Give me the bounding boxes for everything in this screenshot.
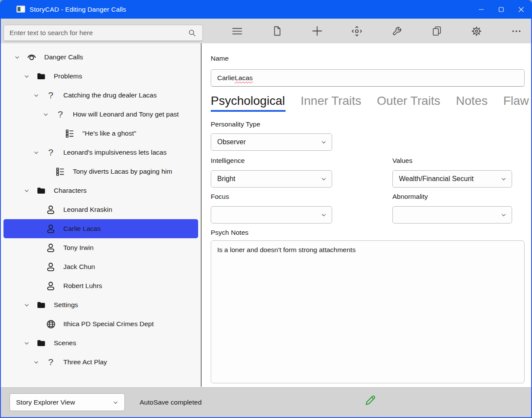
tab-notes[interactable]: Notes	[456, 93, 488, 113]
tree-item-settings[interactable]: Settings	[3, 295, 198, 314]
name-value-misspelled: Lacas	[235, 74, 252, 82]
question-icon: ?	[45, 357, 56, 367]
intelligence-label: Intelligence	[211, 157, 245, 165]
character-tabs: Psychological Inner Traits Outer Traits …	[211, 93, 530, 116]
tree-item-scene[interactable]: Tony diverts Lacas by paging him	[3, 162, 198, 181]
menu-button[interactable]	[228, 22, 247, 41]
chevron-placeholder	[40, 169, 51, 175]
chevron-placeholder	[30, 207, 42, 213]
chevron-placeholder	[49, 131, 61, 136]
person-icon	[45, 281, 56, 291]
folder-icon	[36, 300, 47, 310]
character-editor: Name Carlie Lacas Psychological Inner Tr…	[202, 43, 531, 387]
chevron-down-icon[interactable]	[30, 150, 42, 156]
person-icon	[45, 224, 56, 234]
folder-icon	[36, 338, 47, 348]
tab-flaw-clipped[interactable]: Flaw	[503, 93, 529, 113]
maximize-button[interactable]	[491, 0, 511, 19]
chevron-placeholder	[30, 226, 42, 232]
tree-item-character[interactable]: Jack Chun	[3, 257, 198, 276]
values-label: Values	[392, 157, 412, 165]
story-tree: Danger Calls Problems ? Catching the dru…	[0, 43, 201, 387]
personality-type-label: Personality Type	[211, 120, 260, 128]
move-icon	[351, 26, 362, 37]
close-button[interactable]	[511, 0, 531, 19]
window-title: StoryCAD - Editing Danger Calls	[29, 6, 126, 13]
chevron-down-icon[interactable]	[30, 360, 42, 365]
scene-list-icon	[55, 167, 66, 176]
storycad-window: StoryCAD - Editing Danger Calls D	[0, 0, 532, 418]
app-icon	[16, 6, 25, 13]
chevron-down-icon[interactable]	[21, 340, 32, 346]
chevron-down-icon	[501, 176, 506, 182]
tree-item-scene[interactable]: "He's like a ghost"	[3, 124, 198, 143]
chevron-down-icon	[113, 400, 118, 405]
person-icon	[45, 204, 56, 215]
view-selector-dropdown[interactable]: Story Explorer View	[10, 393, 125, 411]
chevron-placeholder	[30, 283, 42, 289]
chevron-placeholder	[30, 321, 42, 327]
tree-item-character-selected[interactable]: Carlie Lacas	[3, 219, 198, 238]
add-icon	[311, 25, 323, 37]
tree-item-problem[interactable]: ? How will Leonard and Tony get past	[3, 105, 198, 124]
tree-item-setting[interactable]: Ithica PD Special Crimes Dept	[3, 314, 198, 334]
tree-item-character[interactable]: Robert Luhrs	[3, 276, 198, 295]
question-icon: ?	[55, 109, 66, 120]
scene-list-icon	[64, 129, 75, 138]
add-element-button[interactable]	[307, 22, 326, 41]
more-icon	[511, 26, 522, 37]
search-input[interactable]	[3, 25, 203, 41]
new-document-button[interactable]	[268, 22, 287, 41]
person-icon	[45, 262, 56, 272]
view-selector-value: Story Explorer View	[16, 399, 75, 406]
values-dropdown[interactable]: Wealth/Financial Security	[392, 170, 512, 188]
psych-notes-input[interactable]: Is a loner and doesn't form strong attac…	[211, 240, 525, 383]
chevron-down-icon[interactable]	[40, 112, 51, 117]
copy-button[interactable]	[427, 22, 446, 41]
tree-item-character[interactable]: Tony Irwin	[3, 238, 198, 257]
abnormality-dropdown[interactable]	[392, 206, 512, 224]
globe-icon	[45, 319, 56, 329]
tab-psychological[interactable]: Psychological	[211, 93, 285, 113]
intelligence-dropdown[interactable]: Bright	[211, 170, 332, 188]
name-input[interactable]: Carlie Lacas	[211, 69, 525, 87]
focus-label: Focus	[211, 193, 229, 201]
settings-button[interactable]	[467, 22, 486, 41]
chevron-down-icon[interactable]	[30, 93, 42, 98]
chevron-placeholder	[30, 245, 42, 251]
tree-item-problems[interactable]: Problems	[3, 67, 198, 86]
pane-splitter[interactable]	[201, 43, 202, 387]
focus-dropdown[interactable]	[211, 206, 332, 224]
tools-icon	[391, 26, 402, 37]
tree-item-problem[interactable]: ? Three Act Play	[3, 353, 198, 372]
tree-item-characters[interactable]: Characters	[3, 181, 198, 200]
move-element-button[interactable]	[347, 22, 366, 41]
minimize-button[interactable]	[471, 0, 491, 19]
tree-item-problem[interactable]: ? Catching the drug dealer Lacas	[3, 86, 198, 105]
tab-outer-traits[interactable]: Outer Traits	[377, 93, 440, 113]
tab-inner-traits[interactable]: Inner Traits	[300, 93, 361, 113]
chevron-down-icon	[321, 139, 326, 145]
chevron-down-icon[interactable]	[21, 188, 32, 194]
search-icon	[188, 29, 196, 37]
copy-icon	[431, 26, 442, 36]
chevron-placeholder	[30, 264, 42, 270]
personality-type-dropdown[interactable]: Observer	[211, 133, 332, 151]
tree-item-character[interactable]: Leonard Kraskin	[3, 200, 198, 219]
toolbar	[228, 19, 526, 43]
folder-icon	[36, 71, 47, 81]
tools-button[interactable]	[387, 22, 406, 41]
tree-item-problem[interactable]: ? Leonard's impulsiveness lets lacas	[3, 143, 198, 162]
more-button[interactable]	[507, 22, 526, 41]
tree-item-danger-calls[interactable]: Danger Calls	[3, 48, 198, 67]
new-document-icon	[272, 26, 283, 36]
question-icon: ?	[45, 147, 56, 158]
window-border	[0, 19, 1, 418]
menu-icon	[232, 26, 243, 37]
chevron-down-icon	[321, 176, 326, 182]
chevron-down-icon[interactable]	[11, 55, 23, 60]
tree-item-scenes[interactable]: Scenes	[3, 334, 198, 353]
changed-pencil-icon[interactable]	[362, 392, 376, 406]
chevron-down-icon[interactable]	[21, 302, 32, 308]
chevron-down-icon[interactable]	[21, 74, 32, 79]
